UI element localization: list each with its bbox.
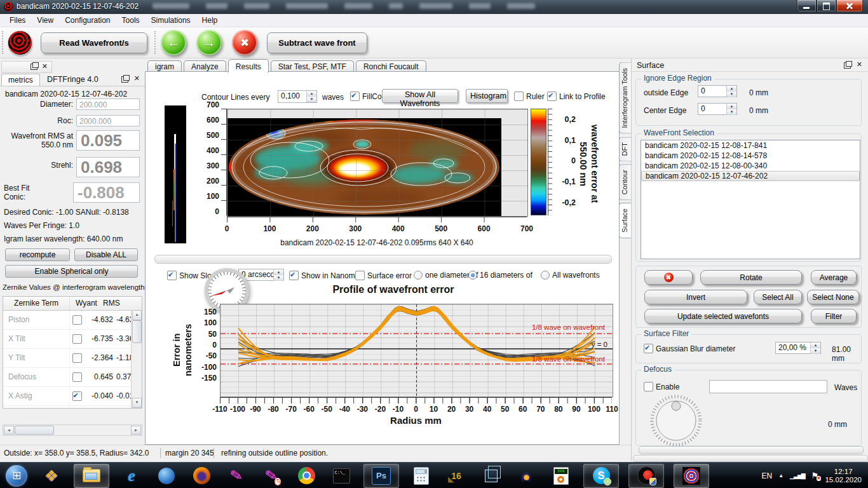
profile-plot[interactable]: 1/8 wave on wavefront y = 0 1/8 wave on … [220,304,613,397]
menu-item[interactable]: View [31,15,59,26]
action-center-flag-icon[interactable]: ⚑ [811,471,819,480]
menu-item[interactable]: Configuration [59,15,116,26]
outside-edge-spinbox[interactable]: 0▲▼ [698,85,737,97]
chrome-icon[interactable] [294,464,319,487]
metrics-close-icon[interactable]: ✕ [134,74,140,83]
terminal-icon[interactable]: C:\_ [329,464,354,487]
delete-selected-button[interactable]: ✖ [644,270,693,285]
close-button[interactable] [836,0,863,12]
kite-app-icon[interactable]: ❖ [39,464,64,487]
explorer-icon[interactable] [74,464,109,488]
taskbar-clock[interactable]: 12:17 15.02.2020 [825,468,862,484]
select-none-button[interactable]: Select None [807,290,859,304]
histogram-button[interactable]: Histogram [466,89,508,103]
surface-panel-scrollbar[interactable] [639,446,864,454]
surface-panel-header[interactable]: Surface ✕ [632,60,868,72]
show-hidden-icons-arrow[interactable]: ▲ [778,473,783,478]
profiler16-icon[interactable]: 16 [444,464,469,487]
contour-interval-spinbox[interactable]: 0,100▲▼ [278,90,317,103]
center-edge-spinbox[interactable]: 0▲▼ [698,103,737,115]
defocus-waves-input[interactable] [709,380,827,393]
right-dock-tab[interactable]: Interferogram Tools [619,62,631,134]
roc-value[interactable]: 2000.000 [76,115,140,126]
defocus-knob[interactable] [649,394,703,447]
calculator-icon[interactable] [409,464,434,487]
dock-close-icon[interactable]: ✕ [42,62,48,71]
one-diameter-radio[interactable] [414,271,423,280]
zernike-row[interactable]: Y Astig 0.037 0.015 [3,406,142,409]
magenta-pen-icon[interactable]: ✎ [224,464,249,487]
read-wavefront-button[interactable]: Read Wavefront/s [41,32,147,53]
start-button[interactable]: ⊞ [4,464,29,487]
zernike-enable-checkbox[interactable] [72,372,82,382]
window-titlebar[interactable]: bandicam 2020-02-15 12-07-46-202 [0,0,868,14]
show-slope-checkbox[interactable] [167,271,177,280]
surface-float-icon[interactable] [844,62,851,69]
wavefront-list-item[interactable]: bandicam 2020-02-15 12-08-17-841 [641,140,860,151]
zernike-enable-checkbox[interactable] [72,334,82,344]
dftfringe-icon[interactable] [674,464,709,488]
surface-error-checkbox[interactable] [355,271,365,280]
zernike-row[interactable]: X Tilt -6.735 -3.36 [3,330,142,349]
enable-spherical-button[interactable]: Enable Spherical only [5,265,138,278]
average-button[interactable]: Average [811,270,857,285]
zernike-horizontal-scrollbar[interactable]: ◄ ► [3,424,142,436]
right-dock-tab[interactable]: DFT [619,137,631,161]
media-player-icon[interactable] [154,464,179,487]
gaussian-blur-checkbox[interactable] [644,344,653,353]
menu-item[interactable]: Files [4,15,31,26]
photoshop-icon[interactable]: Ps [363,464,399,488]
menu-item[interactable]: Simulations [146,15,196,26]
update-selected-button[interactable]: Update selected wavefonts [644,309,802,323]
fill-contour-checkbox[interactable] [350,92,360,101]
metrics-tab[interactable]: metrics [1,74,40,86]
toolbar-handle-2[interactable] [154,31,158,54]
select-all-button[interactable]: Select All [754,290,802,304]
maximize-button[interactable] [817,0,836,12]
rotate-button[interactable]: Rotate [700,270,802,285]
toolbar-handle[interactable] [2,31,6,54]
floating-dock-titlebar[interactable]: ✕ [1,61,52,73]
igram-thumbnail[interactable] [165,105,186,243]
link-to-profile-checkbox[interactable] [547,92,557,101]
previous-wavefront-button[interactable]: ← [161,30,186,55]
zernike-enable-checkbox[interactable] [72,315,82,325]
delete-wavefront-button[interactable]: ✖ [232,30,257,55]
zernike-enable-checkbox[interactable] [72,391,82,401]
recompute-button[interactable]: recompute [5,248,70,261]
next-wavefront-button[interactable]: → [196,30,222,55]
contour-plot[interactable] [227,109,528,217]
zernike-row[interactable]: Piston -4.632 -4.63 [3,311,142,330]
wavefront-list[interactable]: bandicam 2020-02-15 12-08-17-841bandicam… [641,140,860,259]
diameter-value[interactable]: 200.000 [76,98,140,110]
language-indicator[interactable]: EN [762,471,773,480]
zernike-table-header[interactable]: Zernike Term Wyant RMS [3,297,142,311]
defocus-enable-checkbox[interactable] [644,382,653,391]
cube-icon[interactable] [478,464,504,487]
menu-item[interactable]: Tools [116,15,146,26]
skype-icon[interactable]: S [583,464,619,488]
surface-close-icon[interactable]: ✕ [857,60,862,69]
wavefront-list-item[interactable]: bandicam 2020-02-15 12-08-14-578 [641,151,860,161]
ruler-checkbox[interactable] [514,92,524,101]
menu-item[interactable]: Help [196,15,224,26]
zernike-row[interactable]: Defocus 0.645 0.372 [3,368,142,387]
disable-all-button[interactable]: Disable ALL [74,248,138,261]
right-dock-tab[interactable]: Surface [619,203,631,238]
icofx-icon[interactable]: ICO [548,464,574,487]
recorder-icon[interactable] [628,464,664,488]
firefox-icon[interactable] [189,464,214,487]
headphones-icon[interactable]: ∩ [513,464,539,487]
internet-explorer-icon[interactable]: e [119,464,144,487]
filter-button[interactable]: Filter [811,309,857,323]
right-dock-tab[interactable]: Contour [619,164,631,200]
invert-button[interactable]: Invert [644,290,747,304]
main-tab[interactable]: Results [228,59,269,72]
metrics-float-icon[interactable] [121,76,128,83]
zernike-vertical-scrollbar[interactable]: ▲ ▼ [131,310,142,408]
zernike-enable-checkbox[interactable] [72,353,82,363]
pen-clock-icon[interactable]: ✎ [259,464,284,487]
show-all-wavefronts-button[interactable]: Show All Wavefronts [382,89,458,103]
zernike-row[interactable]: Y Tilt -2.364 -1.18 [3,349,142,368]
contour-scrollbar[interactable] [154,255,612,264]
